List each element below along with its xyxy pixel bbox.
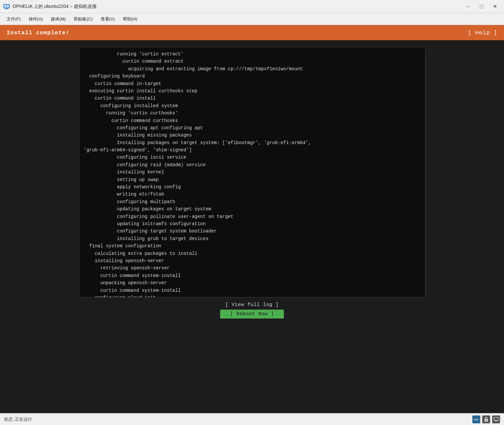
menu-help[interactable]: 帮助(H) xyxy=(119,15,141,23)
vm-area: Install complete! [ Help ] running 'curt… xyxy=(0,25,504,413)
status-icons: SABU xyxy=(472,415,500,423)
install-complete-text: Install complete! xyxy=(7,30,69,36)
title-bar-left: OPHELIA 上的 ubuntu2204 – 虚拟机连接 xyxy=(3,3,97,10)
svg-rect-9 xyxy=(494,417,498,420)
menu-bar: 文件(F) 操作(A) 媒体(M) 剪贴板(C) 查看(V) 帮助(H) xyxy=(0,13,504,25)
menu-action[interactable]: 操作(A) xyxy=(25,15,46,23)
terminal-output: running 'curtin extract' curtin command … xyxy=(84,50,420,297)
status-bar: 状态: 正在运行 SABU xyxy=(0,413,504,425)
menu-view[interactable]: 查看(V) xyxy=(97,15,118,23)
svg-text:SABU: SABU xyxy=(473,418,479,420)
svg-rect-10 xyxy=(495,420,497,421)
title-bar: OPHELIA 上的 ubuntu2204 – 虚拟机连接 – □ ✕ xyxy=(0,0,504,13)
menu-media[interactable]: 媒体(M) xyxy=(48,15,69,23)
svg-point-8 xyxy=(486,420,487,421)
vm-icon xyxy=(3,3,10,10)
menu-clipboard[interactable]: 剪贴板(C) xyxy=(70,15,96,23)
view-full-log-button[interactable]: [ View full log ] xyxy=(225,302,279,308)
menu-file[interactable]: 文件(F) xyxy=(3,15,24,23)
title-bar-title: OPHELIA 上的 ubuntu2204 – 虚拟机连接 xyxy=(13,4,97,10)
display-icon xyxy=(492,415,500,423)
terminal-container: running 'curtin extract' curtin command … xyxy=(0,40,504,413)
sabu-icon: SABU xyxy=(472,415,480,423)
lock-icon xyxy=(482,415,490,423)
svg-rect-2 xyxy=(6,8,8,9)
terminal-box[interactable]: running 'curtin extract' curtin command … xyxy=(79,47,425,297)
close-button[interactable]: ✕ xyxy=(489,2,501,11)
action-bar: [ View full log ] [ Reboot Now ] xyxy=(220,297,284,322)
reboot-now-button[interactable]: [ Reboot Now ] xyxy=(220,310,284,319)
svg-point-4 xyxy=(6,6,7,7)
help-button[interactable]: [ Help ] xyxy=(468,30,497,36)
install-banner: Install complete! [ Help ] xyxy=(0,25,504,40)
title-bar-controls: – □ ✕ xyxy=(462,2,501,11)
status-text: 状态: 正在运行 xyxy=(4,416,32,422)
maximize-button[interactable]: □ xyxy=(476,2,487,11)
minimize-button[interactable]: – xyxy=(462,2,474,11)
svg-rect-3 xyxy=(5,9,8,9)
svg-rect-11 xyxy=(495,421,497,421)
